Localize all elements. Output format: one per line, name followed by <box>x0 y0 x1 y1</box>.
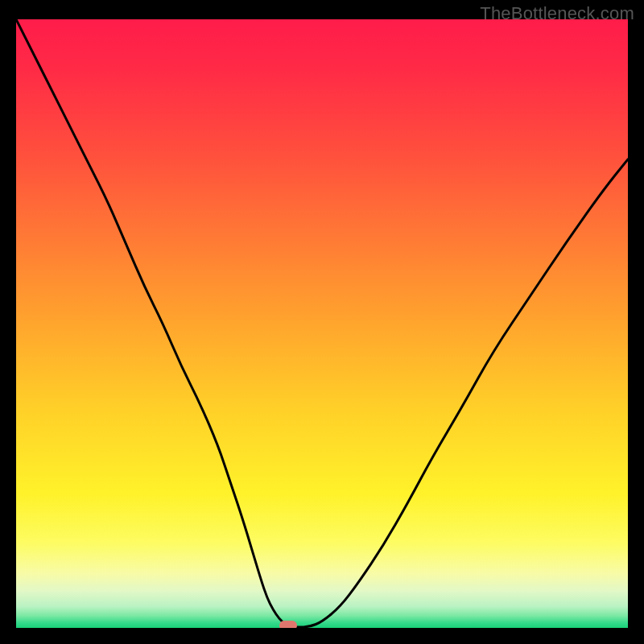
watermark-text: TheBottleneck.com <box>480 3 634 24</box>
bottleneck-curve <box>16 19 628 628</box>
plot-area <box>16 19 628 628</box>
minimum-marker <box>279 621 297 628</box>
chart-frame: TheBottleneck.com <box>0 0 644 644</box>
